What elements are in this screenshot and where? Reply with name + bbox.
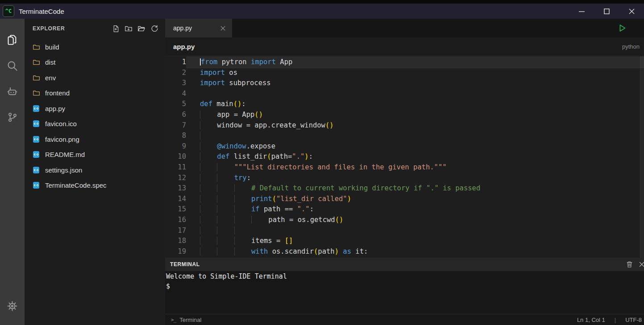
run-button[interactable] [615,19,629,37]
folder-icon [33,58,40,66]
code-line[interactable]: 17 [165,226,644,236]
tab-bar: app.py [165,19,644,37]
indent-guide [200,132,217,140]
status-bar: >_ Terminal Ln 1, Col 1 | UTF-8 [165,314,644,325]
code-file-icon [33,120,40,128]
terminal-prompt-icon: >_ [171,317,176,323]
tab-app-py[interactable]: app.py [165,19,232,37]
tab-close-icon[interactable] [220,25,226,31]
new-file-icon[interactable] [111,24,120,33]
tree-item-label: favicon.png [45,136,79,143]
code-line[interactable]: 11 """List directories and files in the … [165,162,644,173]
line-number: 4 [165,89,186,99]
activity-bar [0,19,25,325]
code-line-text: try: [186,173,644,184]
tree-item-terminatecode-spec[interactable]: TerminateCode.spec [25,178,165,193]
code-line[interactable]: 16 path = os.getcwd() [165,215,644,226]
run-play-icon [617,23,627,33]
code-line[interactable]: 10 def list_dir(path="."): [165,152,644,162]
indent-guide [234,216,251,224]
tree-item-label: app.py [45,105,65,112]
indent-guide [200,247,217,255]
open-folder-icon[interactable] [137,24,146,33]
code-line-text [186,131,644,141]
minimize-button[interactable] [569,4,594,19]
code-line[interactable]: 3import subprocess [165,78,644,89]
indent-guide [217,174,234,182]
app-window: ^C TerminateCode [0,0,644,325]
indent-guide [200,184,217,192]
tree-item-readme-md[interactable]: README.md [25,147,165,163]
cursor-position[interactable]: Ln 1, Col 1 [577,317,605,323]
activity-source-control-button[interactable] [0,104,25,130]
code-line[interactable]: 13 # Default to current working director… [165,183,644,194]
code-line[interactable]: 2import os [165,68,644,78]
tree-item-env[interactable]: env [25,70,165,86]
terminal-output[interactable]: Welcome to Simple-IDE Terminal$ [165,271,644,314]
code-line[interactable]: 5def main(): [165,99,644,110]
encoding-indicator[interactable]: UTF-8 [625,317,642,323]
line-number: 17 [165,226,186,236]
settings-button[interactable] [0,293,25,319]
code-line-text: def list_dir(path="."): [186,152,644,162]
tree-item-app-py[interactable]: app.py [25,101,165,116]
settings-gear-icon [6,300,18,312]
code-line[interactable]: 8 [165,131,644,141]
indent-guide [234,237,251,245]
code-line[interactable]: 9 @window.expose [165,141,644,152]
code-line[interactable]: 4 [165,89,644,99]
maximize-button[interactable] [594,4,619,19]
line-number: 15 [165,204,186,215]
activity-assistant-button[interactable] [0,78,25,104]
code-editor[interactable]: 1from pytron import App2import os3import… [165,56,644,258]
code-line[interactable]: 12 try: [165,173,644,184]
close-icon [628,8,635,15]
code-line[interactable]: 6 app = App() [165,110,644,120]
code-line[interactable]: 15 if path == ".": [165,204,644,215]
close-button[interactable] [619,4,644,19]
title-bar: ^C TerminateCode [0,4,644,19]
indent-guide [217,205,234,213]
breadcrumb-filename[interactable]: app.py [173,43,195,50]
explorer-sidebar: EXPLORER [25,19,165,325]
code-line-text: if path == ".": [186,204,644,215]
line-number: 11 [165,162,186,173]
code-line[interactable]: 19 with os.scandir(path) as it: [165,247,644,257]
line-number: 7 [165,120,186,131]
code-file-icon [33,151,40,158]
code-line[interactable]: 14 print("list_dir called") [165,194,644,205]
new-folder-icon[interactable] [124,24,133,33]
line-number: 16 [165,215,186,226]
robot-icon [6,86,18,98]
tree-item-favicon-png[interactable]: favicon.png [25,132,165,147]
code-file-icon [33,181,40,189]
trash-icon[interactable] [625,260,634,269]
line-number: 3 [165,78,186,89]
tree-item-favicon-ico[interactable]: favicon.ico [25,116,165,132]
tree-item-dist[interactable]: dist [25,55,165,70]
editor-scrollbar[interactable] [640,56,644,258]
terminal-close-icon[interactable] [637,260,644,269]
status-terminal-indicator[interactable]: >_ Terminal [171,317,201,323]
refresh-icon[interactable] [150,24,159,33]
app-logo: ^C [3,5,14,17]
search-icon [6,60,18,72]
activity-search-button[interactable] [0,53,25,78]
file-tree: builddistenvfrontendapp.pyfavicon.icofav… [25,38,165,325]
code-line[interactable]: 7 window = app.create_window() [165,120,644,131]
code-line-text: import subprocess [186,78,644,89]
indent-guide [217,247,234,255]
line-number: 19 [165,247,186,257]
maximize-icon [604,8,610,14]
line-number: 1 [165,57,186,68]
explorer-header: EXPLORER [25,19,165,38]
code-line[interactable]: 18 items = [] [165,236,644,247]
tree-item-settings-json[interactable]: settings.json [25,162,165,178]
window-top-edge [0,0,644,4]
code-line[interactable]: 1from pytron import App [165,57,644,68]
tree-item-build[interactable]: build [25,39,165,55]
code-line-text [186,226,644,236]
editor-area: app.py app.py python [165,19,644,325]
activity-explorer-button[interactable] [0,27,25,53]
tree-item-frontend[interactable]: frontend [25,86,165,101]
